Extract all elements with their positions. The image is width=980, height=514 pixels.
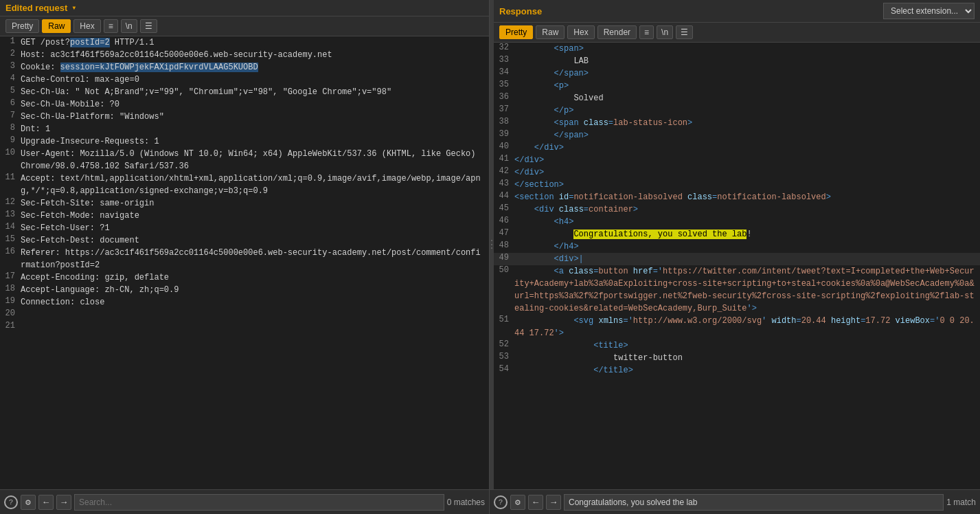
- gear-icon-left[interactable]: ⚙: [21, 495, 36, 510]
- gear-icon-right[interactable]: ⚙: [510, 495, 525, 510]
- tab-pretty-left[interactable]: Pretty: [5, 19, 39, 33]
- table-row: 33 LAB: [494, 55, 980, 67]
- table-row: 52 <title>: [494, 339, 980, 352]
- table-row: 21: [0, 321, 489, 333]
- table-row: 38 <span class=lab-status-icon>: [494, 117, 980, 129]
- table-row: 47 Congratulations, you solved the lab!: [494, 228, 980, 241]
- help-icon-right[interactable]: ?: [494, 495, 508, 509]
- left-panel: Edited request ▾ Pretty Raw Hex ≡ \n ☰ 1…: [0, 0, 490, 489]
- table-row: 43 </section>: [494, 179, 980, 191]
- table-row: 4 Cache-Control: max-age=0: [0, 74, 489, 86]
- table-row: 50 <a class=button href='https://twitter…: [494, 265, 980, 315]
- table-row: 13 Sec-Fetch-Mode: navigate: [0, 210, 489, 222]
- format-icon-left[interactable]: ≡: [104, 19, 118, 33]
- table-row: 48 </h4>: [494, 241, 980, 253]
- right-panel: Response Select extension... Pretty Raw …: [494, 0, 980, 489]
- table-row: 6 Sec-Ch-Ua-Mobile: ?0: [0, 98, 489, 111]
- tab-hex-right[interactable]: Hex: [567, 25, 594, 39]
- newline-icon-right[interactable]: \n: [657, 25, 673, 39]
- table-row: 16 Referer: https://ac3c1f461f569a2cc011…: [0, 247, 489, 271]
- table-row: 37 </p>: [494, 104, 980, 117]
- table-row: 35 <p>: [494, 80, 980, 92]
- help-icon-left[interactable]: ?: [4, 495, 18, 509]
- table-row: 2 Host: ac3c1f461f569a2cc01164c5000e00e6…: [0, 49, 489, 61]
- table-row: 19 Connection: close: [0, 296, 489, 309]
- chevron-down-icon[interactable]: ▾: [71, 3, 76, 13]
- table-row: 14 Sec-Fetch-User: ?1: [0, 222, 489, 234]
- table-row: 32 <span>: [494, 43, 980, 55]
- table-row: 9 Upgrade-Insecure-Requests: 1: [0, 135, 489, 148]
- table-row: 10 User-Agent: Mozilla/5.0 (Windows NT 1…: [0, 148, 489, 172]
- left-bottom-section: ? ⚙ ← → 0 matches: [0, 490, 490, 514]
- table-row: 18 Accept-Language: zh-CN, zh;q=0.9: [0, 284, 489, 296]
- table-row: 1 GET /post?postId=2 HTTP/1.1: [0, 36, 489, 49]
- table-row: 54 </title>: [494, 364, 980, 377]
- table-row: 36 Solved: [494, 92, 980, 104]
- table-row: 39 </span>: [494, 129, 980, 142]
- table-row: 46 <h4>: [494, 216, 980, 228]
- right-panel-header: Response Select extension...: [494, 0, 980, 23]
- table-row: 53 twitter-button: [494, 352, 980, 364]
- table-row: 5 Sec-Ch-Ua: " Not A;Brand";v="99", "Chr…: [0, 86, 489, 98]
- table-row: 49 <div>|: [494, 253, 980, 265]
- left-toolbar: Pretty Raw Hex ≡ \n ☰: [0, 16, 489, 36]
- left-code-area: 1 GET /post?postId=2 HTTP/1.1 2 Host: ac…: [0, 36, 489, 489]
- format-icon-right[interactable]: ≡: [639, 25, 654, 39]
- table-row: 34 </span>: [494, 67, 980, 80]
- tab-render-right[interactable]: Render: [597, 25, 637, 39]
- match-count-left: 0 matches: [447, 498, 485, 507]
- table-row: 20: [0, 309, 489, 321]
- right-toolbar: Pretty Raw Hex Render ≡ \n ☰: [494, 23, 980, 43]
- right-bottom-section: ? ⚙ ← → 1 match: [490, 490, 980, 514]
- back-button-right[interactable]: ←: [528, 495, 543, 510]
- forward-button-right[interactable]: →: [546, 495, 561, 510]
- tab-hex-left[interactable]: Hex: [73, 19, 100, 33]
- left-panel-title: Edited request: [5, 3, 67, 13]
- bottom-bar: ? ⚙ ← → 0 matches ? ⚙ ← → 1 match: [0, 489, 980, 514]
- forward-button-left[interactable]: →: [56, 495, 71, 510]
- table-row: 12 Sec-Fetch-Site: same-origin: [0, 197, 489, 210]
- back-button-left[interactable]: ←: [38, 495, 54, 510]
- right-code-area: 32 <span> 33 LAB 34 </span> 35 <p> 36: [494, 43, 980, 489]
- tab-pretty-right[interactable]: Pretty: [499, 25, 533, 39]
- tab-raw-left[interactable]: Raw: [42, 19, 71, 33]
- menu-icon-right[interactable]: ☰: [676, 25, 693, 39]
- menu-icon-left[interactable]: ☰: [140, 19, 157, 33]
- table-row: 45 <div class=container>: [494, 203, 980, 216]
- table-row: 44 <section id=notification-labsolved cl…: [494, 191, 980, 203]
- table-row: 17 Accept-Encoding: gzip, deflate: [0, 271, 489, 284]
- table-row: 15 Sec-Fetch-Dest: document: [0, 234, 489, 247]
- search-input-right[interactable]: [564, 494, 944, 511]
- search-input-left[interactable]: [74, 494, 444, 511]
- tab-raw-right[interactable]: Raw: [536, 25, 565, 39]
- table-row: 42 </div>: [494, 166, 980, 179]
- left-panel-header: Edited request ▾: [0, 0, 489, 16]
- table-row: 3 Cookie: session=kJtFOWPjekFAXipdFkvrdV…: [0, 61, 489, 74]
- table-row: 41 </div>: [494, 154, 980, 166]
- select-extension-dropdown[interactable]: Select extension...: [883, 3, 975, 19]
- match-count-right: 1 match: [946, 498, 976, 507]
- table-row: 51 <svg xmlns='http://www.w3.org/2000/sv…: [494, 315, 980, 339]
- table-row: 11 Accept: text/html,application/xhtml+x…: [0, 172, 489, 197]
- newline-icon-left[interactable]: \n: [121, 19, 137, 33]
- table-row: 7 Sec-Ch-Ua-Platform: "Windows": [0, 111, 489, 123]
- table-row: 8 Dnt: 1: [0, 123, 489, 135]
- right-panel-title: Response: [499, 6, 542, 16]
- table-row: 40 </div>: [494, 142, 980, 154]
